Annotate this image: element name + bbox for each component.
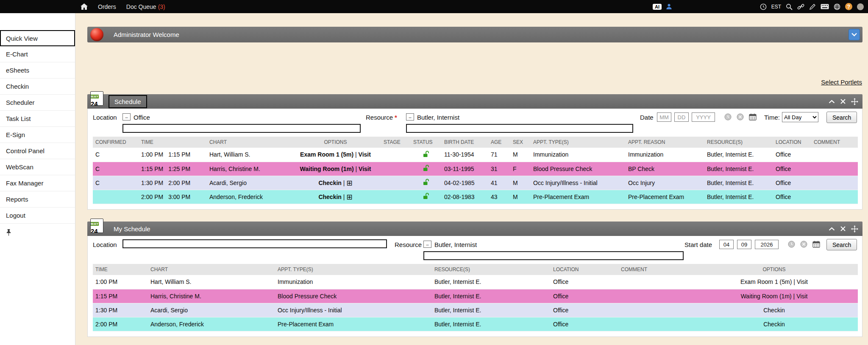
sidebar-item-checkin[interactable]: Checkin xyxy=(0,79,75,95)
pencil-icon[interactable] xyxy=(809,3,816,10)
unlocked-icon[interactable] xyxy=(423,152,429,159)
expand-plus-icon[interactable]: ⊞ xyxy=(346,179,352,187)
sidebar-item-quick-view[interactable]: Quick View xyxy=(0,30,75,46)
topbar-cluster-user: AI xyxy=(653,3,672,10)
my-schedule-row[interactable]: 1:00 PM Hart, William S. Immunization Bu… xyxy=(93,275,858,289)
col-comment: COMMENT xyxy=(618,264,690,275)
date-yyyy-input[interactable] xyxy=(692,112,715,122)
option-checkin-link[interactable]: Checkin xyxy=(318,194,341,200)
resource-lookup-button[interactable]: – xyxy=(406,113,414,121)
sidebar-item-esheets[interactable]: eSheets xyxy=(0,62,75,79)
col-sex: SEX xyxy=(510,137,531,148)
ai-badge[interactable]: AI xyxy=(653,4,662,10)
my-schedule-row[interactable]: 2:00 PM Anderson, Frederick Pre-Placemen… xyxy=(93,317,858,331)
schedule-row[interactable]: C 1:30 PM2:00 PM Acardi, Sergio Checkin … xyxy=(93,176,858,190)
home-icon[interactable] xyxy=(81,3,88,10)
clear-date-icon[interactable] xyxy=(737,113,744,121)
cell-age: 71 xyxy=(488,148,510,162)
nav-doc-queue[interactable]: Doc Queue(3) xyxy=(126,3,165,10)
cell-options: Waiting Room (1m) | Visit xyxy=(290,162,381,176)
options-link[interactable]: Waiting Room (1m) | Visit xyxy=(741,293,808,300)
col-chart: CHART xyxy=(148,264,275,275)
close-icon[interactable] xyxy=(840,99,846,104)
resource-lookup-button[interactable]: – xyxy=(423,241,431,248)
resource-input[interactable] xyxy=(406,124,633,133)
collapse-icon[interactable] xyxy=(829,227,835,231)
unlocked-icon[interactable] xyxy=(423,166,429,173)
start-mm-input[interactable] xyxy=(719,240,734,249)
schedule-header-row: CONFIRMED TIME CHART OPTIONS STAGE STATU… xyxy=(93,137,858,148)
search-icon[interactable] xyxy=(786,3,793,10)
time-select[interactable]: All Day xyxy=(782,112,818,122)
start-date-label: Start date xyxy=(684,241,712,248)
calendar-picker-icon[interactable] xyxy=(749,113,757,121)
keyboard-icon[interactable] xyxy=(821,4,829,9)
welcome-collapse-button[interactable] xyxy=(849,29,860,40)
my-schedule-table: TIME CHART APPT. TYPE(S) RESOURCE(S) LOC… xyxy=(93,264,858,331)
collapse-icon[interactable] xyxy=(829,100,835,104)
select-portlets-link[interactable]: Select Portlets xyxy=(821,79,862,86)
schedule-row[interactable]: C 1:00 PM1:15 PM Hart, William S. Exam R… xyxy=(93,148,858,162)
nav-orders[interactable]: Orders xyxy=(98,3,116,10)
option-checkin-link[interactable]: Checkin xyxy=(318,180,341,186)
calendar-day: 24 xyxy=(91,100,98,106)
unlocked-icon[interactable] xyxy=(423,180,429,187)
location-lookup-button[interactable]: – xyxy=(122,113,131,121)
sidebar-item-control-panel[interactable]: Control Panel xyxy=(0,143,75,159)
options-link[interactable]: Exam Room 1 (5m) | Visit xyxy=(740,278,808,285)
cell-confirmed xyxy=(93,190,139,204)
my-schedule-row[interactable]: 1:30 PM Acardi, Sergio Occ Injury/Illnes… xyxy=(93,303,858,317)
date-dd-input[interactable] xyxy=(674,112,689,122)
user-icon[interactable] xyxy=(666,3,672,10)
pin-icon[interactable] xyxy=(6,229,75,238)
schedule-row[interactable]: C 1:15 PM1:25 PM Harris, Christine M. Wa… xyxy=(93,162,858,176)
cell-sex: M xyxy=(510,176,531,190)
expand-plus-icon[interactable]: ⊞ xyxy=(346,193,352,201)
date-mm-input[interactable] xyxy=(657,112,671,122)
option-visit-link[interactable]: Visit xyxy=(359,165,371,172)
topbar-cluster-tools: EST ? xyxy=(760,3,864,10)
resource-input[interactable] xyxy=(423,251,684,260)
cell-time: 2:00 PM xyxy=(93,317,148,331)
link-icon[interactable] xyxy=(797,3,804,10)
sidebar-item-reports[interactable]: Reports xyxy=(0,191,75,208)
cell-birth-date: 11-30-1954 xyxy=(442,148,488,162)
move-icon[interactable] xyxy=(851,98,858,105)
my-schedule-filters: Location Resource – Butler, Internist St… xyxy=(88,236,862,264)
sidebar-item-task-list[interactable]: Task List xyxy=(0,111,75,127)
options-link[interactable]: Checkin xyxy=(763,307,785,314)
option-room-link[interactable]: Exam Room 1 (5m) xyxy=(300,151,353,158)
time-picker-icon[interactable] xyxy=(788,241,795,248)
options-link[interactable]: Checkin xyxy=(763,321,785,328)
sidebar-item-scheduler[interactable]: Scheduler xyxy=(0,95,75,111)
location-input[interactable] xyxy=(122,124,361,133)
close-icon[interactable] xyxy=(840,226,846,231)
status-circle-icon[interactable] xyxy=(857,3,864,10)
sidebar-item-e-sign[interactable]: E-Sign xyxy=(0,127,75,143)
cell-location: Office xyxy=(551,289,618,303)
help-icon[interactable]: ? xyxy=(845,3,852,10)
doc-queue-count: (3) xyxy=(158,3,165,10)
search-button[interactable]: Search xyxy=(826,112,857,123)
clear-date-icon[interactable] xyxy=(800,241,807,248)
sidebar-item-fax-manager[interactable]: Fax Manager xyxy=(0,175,75,191)
calendar-picker-icon[interactable] xyxy=(812,241,820,248)
time-picker-icon[interactable] xyxy=(724,113,732,121)
search-button[interactable]: Search xyxy=(826,239,857,250)
schedule-row[interactable]: 2:00 PM3:00 PM Anderson, Frederick Check… xyxy=(93,190,858,204)
start-dd-input[interactable] xyxy=(737,240,751,249)
location-input[interactable] xyxy=(122,239,387,248)
sidebar-item-logout[interactable]: Logout xyxy=(0,208,75,224)
clock-icon[interactable] xyxy=(760,3,767,10)
option-visit-link[interactable]: Visit xyxy=(359,151,371,158)
option-room-link[interactable]: Waiting Room (1m) xyxy=(300,165,354,172)
start-yyyy-input[interactable] xyxy=(755,240,779,249)
col-age: AGE xyxy=(488,137,510,148)
sidebar-item-webscan[interactable]: WebScan xyxy=(0,159,75,175)
my-schedule-row[interactable]: 1:15 PM Harris, Christine M. Blood Press… xyxy=(93,289,858,303)
globe-icon[interactable] xyxy=(834,3,840,10)
cell-chart: Anderson, Frederick xyxy=(148,317,275,331)
sidebar-item-e-chart[interactable]: E-Chart xyxy=(0,46,75,62)
unlocked-icon[interactable] xyxy=(423,194,429,201)
move-icon[interactable] xyxy=(851,225,858,233)
